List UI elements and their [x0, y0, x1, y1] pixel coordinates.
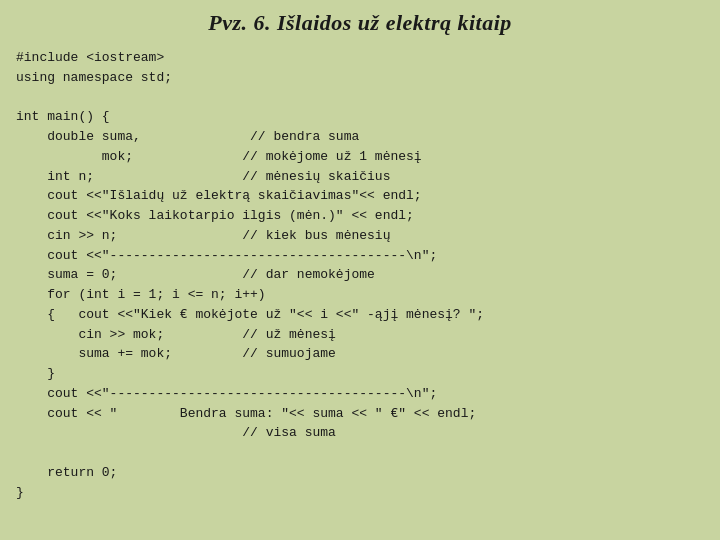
code-line-22: return 0;: [16, 465, 117, 480]
code-line-19: cout << " Bendra suma: "<< suma << " €" …: [16, 406, 476, 421]
code-line-13: for (int i = 1; i <= n; i++): [16, 287, 266, 302]
code-line-16: suma += mok; // sumuojame: [16, 346, 336, 361]
code-block: #include <iostream> using namespace std;…: [16, 48, 704, 502]
code-line-7: int n; // mėnesių skaičius: [16, 169, 390, 184]
code-line-9: cout <<"Koks laikotarpio ilgis (mėn.)" <…: [16, 208, 414, 223]
code-line-8: cout <<"Išlaidų už elektrą skaičiavimas"…: [16, 188, 422, 203]
code-line-20: // visa suma: [16, 425, 336, 440]
code-line-15: cin >> mok; // už mėnesį: [16, 327, 336, 342]
code-line-5: double suma, // bendra suma: [16, 129, 359, 144]
code-line-2: using namespace std;: [16, 70, 172, 85]
code-line-14: { cout <<"Kiek € mokėjote už "<< i <<" -…: [16, 307, 484, 322]
page-container: Pvz. 6. Išlaidos už elektrą kitaip #incl…: [0, 0, 720, 540]
code-line-6: mok; // mokėjome už 1 mėnesį: [16, 149, 422, 164]
code-line-4: int main() {: [16, 109, 110, 124]
code-line-18: cout <<"--------------------------------…: [16, 386, 437, 401]
code-line-11: cout <<"--------------------------------…: [16, 248, 437, 263]
code-line-10: cin >> n; // kiek bus mėnesių: [16, 228, 390, 243]
code-line-17: }: [16, 366, 55, 381]
page-title: Pvz. 6. Išlaidos už elektrą kitaip: [208, 10, 512, 36]
code-line-12: suma = 0; // dar nemokėjome: [16, 267, 375, 282]
code-line-1: #include <iostream>: [16, 50, 164, 65]
code-line-23: }: [16, 485, 24, 500]
